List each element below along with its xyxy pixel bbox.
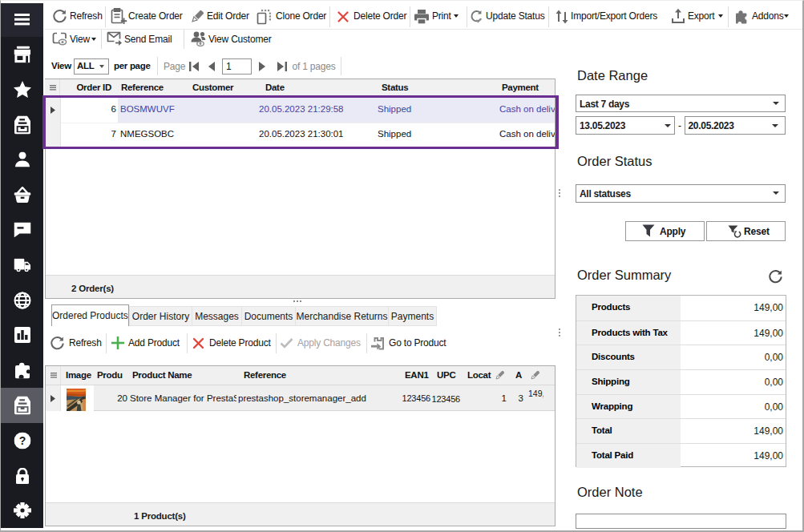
svg-text:?: ?	[18, 434, 26, 447]
